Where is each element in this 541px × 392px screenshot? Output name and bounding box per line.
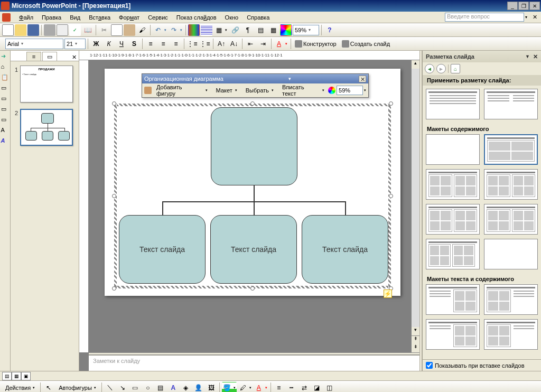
orgchart-toolbar-title[interactable]: Организационная диаграмма ▾ ✕ [142, 74, 368, 83]
menu-format[interactable]: Формат [115, 13, 144, 22]
grid-button[interactable]: ▦ [267, 24, 279, 36]
notes-area[interactable]: Заметки к слайду [89, 355, 419, 371]
task-pane-dropdown[interactable]: ▼ [525, 54, 530, 59]
open-button[interactable] [15, 24, 26, 36]
select-objects-button[interactable]: ↖ [43, 382, 54, 393]
shadow-style-button[interactable]: ◪ [311, 382, 323, 393]
rail-home-icon[interactable]: ⌂ [1, 63, 10, 72]
designer-button[interactable]: Конструктор [293, 38, 339, 50]
increase-font-button[interactable]: A↑ [216, 38, 227, 50]
menu-tools[interactable]: Сервис [144, 13, 172, 22]
smart-tag-icon[interactable]: ⚡ [384, 290, 392, 298]
oval-button[interactable]: ○ [142, 382, 154, 393]
slide-thumbnail-2[interactable] [20, 109, 73, 146]
diagram-container[interactable]: Текст слайда Текст слайда Текст слайда [114, 104, 391, 288]
rail-aa-icon[interactable]: A [1, 137, 10, 146]
align-center-button[interactable]: ≡ [157, 38, 169, 50]
layout-item[interactable] [426, 284, 480, 315]
layout-item[interactable] [484, 319, 538, 350]
italic-button[interactable]: К [103, 38, 115, 50]
layout-item[interactable] [426, 204, 480, 235]
font-color-button-draw[interactable]: A [254, 382, 268, 393]
menu-slideshow[interactable]: Показ слайдов [172, 13, 221, 22]
line-color-button[interactable]: 🖊 [238, 382, 253, 393]
orgchart-zoom[interactable]: 59% [337, 86, 363, 95]
cut-button[interactable]: ✂ [98, 24, 110, 36]
actions-button[interactable]: Действия [2, 382, 38, 393]
chart-button[interactable] [188, 24, 200, 36]
rail-btn2[interactable]: ▭ [1, 95, 10, 104]
bullets-button[interactable]: ⋮≡ [199, 38, 211, 50]
undo-button[interactable]: ↶ [153, 24, 167, 36]
org-node-child-2[interactable]: Текст слайда [210, 215, 297, 284]
ask-question-box[interactable]: Введите вопрос [445, 13, 524, 22]
rail-btn1[interactable]: ▭ [1, 85, 10, 93]
line-style-button[interactable]: ≡ [273, 382, 285, 393]
shadow-button[interactable]: S [128, 38, 140, 50]
hyperlink-button[interactable]: 🔗 [229, 24, 241, 36]
increase-indent-button[interactable]: ⇥ [257, 38, 269, 50]
3d-style-button[interactable]: ◫ [324, 382, 335, 393]
add-shape-button[interactable]: Добавить фигуру [153, 85, 211, 96]
numbering-button[interactable]: ⋮≡ [186, 38, 198, 50]
nav-forward-button[interactable]: ► [436, 64, 446, 73]
slide-thumbnail-1[interactable]: ПРОДАЖИ • Текст слайда [20, 66, 73, 102]
slides-tab[interactable]: ▭ [42, 52, 57, 61]
layout-item[interactable] [426, 239, 480, 269]
menu-edit[interactable]: Правка [38, 13, 66, 22]
rail-btn5[interactable]: A [1, 127, 10, 135]
clipart-button[interactable]: 👤 [193, 382, 204, 393]
close-document-button[interactable]: ✕ [530, 14, 539, 21]
slide[interactable]: Текст слайда Текст слайда Текст слайда [105, 69, 400, 296]
line-button[interactable]: ＼ [104, 382, 116, 393]
rail-btn4[interactable]: ▭ [1, 116, 10, 125]
layout-item[interactable] [426, 89, 480, 119]
show-formatting-button[interactable]: ▤ [255, 24, 266, 36]
font-combo[interactable]: Arial [5, 39, 63, 49]
rail-arrow-icon[interactable]: ➜ [1, 53, 10, 61]
print-preview-button[interactable] [57, 24, 68, 36]
sorter-view-button[interactable]: ▦ [12, 372, 21, 380]
rail-btn3[interactable]: ▭ [1, 106, 10, 114]
menu-window[interactable]: Окно [221, 13, 243, 22]
org-node-child-3[interactable]: Текст слайда [302, 215, 388, 284]
layout-item[interactable] [426, 134, 480, 165]
rail-paste-icon[interactable]: 📋 [1, 74, 10, 82]
diagram-button[interactable]: ◈ [180, 382, 192, 393]
layout-item[interactable] [426, 319, 480, 350]
layout-item[interactable] [484, 89, 538, 119]
select-button[interactable]: Выбрать [242, 85, 277, 96]
spellcheck-button[interactable]: ✓ [69, 24, 81, 36]
orgchart-toolbar[interactable]: Организационная диаграмма ▾ ✕ Добавить ф… [142, 73, 369, 98]
save-button[interactable] [27, 24, 39, 36]
nav-home-button[interactable]: ⌂ [451, 64, 460, 73]
menu-insert[interactable]: Вставка [85, 13, 115, 22]
decrease-indent-button[interactable]: ⇤ [245, 38, 256, 50]
table-button[interactable] [201, 24, 212, 36]
align-left-button[interactable]: ≡ [145, 38, 156, 50]
dash-style-button[interactable]: ┅ [286, 382, 297, 393]
layout-item[interactable] [484, 204, 538, 235]
outline-tab[interactable]: ≡ [26, 52, 41, 61]
rectangle-button[interactable]: ▭ [129, 382, 141, 393]
wordart-button[interactable]: A [167, 382, 179, 393]
layout-button[interactable]: Макет [212, 85, 241, 96]
picture-button[interactable]: 🖼 [206, 382, 217, 393]
new-button[interactable] [2, 24, 14, 36]
decrease-font-button[interactable]: A↓ [228, 38, 240, 50]
expand-all-button[interactable]: ¶ [242, 24, 254, 36]
new-slide-button[interactable]: Создать слайд [340, 38, 393, 50]
org-node-child-1[interactable]: Текст слайда [119, 215, 206, 284]
underline-button[interactable]: Ч [116, 38, 127, 50]
menu-view[interactable]: Вид [66, 13, 85, 22]
layout-item[interactable] [426, 169, 480, 200]
org-node-root[interactable] [211, 107, 297, 185]
arrow-style-button[interactable]: ⇄ [299, 382, 310, 393]
menu-file[interactable]: ФФайлайл [15, 13, 38, 22]
vertical-scrollbar[interactable]: ▴ ▾ ⇞ ⇟ [411, 60, 419, 352]
color-grayscale-button[interactable] [280, 24, 292, 36]
fit-text-button[interactable]: Вписать текст [278, 85, 327, 96]
show-on-insert-checkbox[interactable] [426, 362, 433, 369]
autoshapes-button[interactable]: Автофигуры [55, 382, 99, 393]
font-color-button[interactable]: A [274, 38, 288, 50]
